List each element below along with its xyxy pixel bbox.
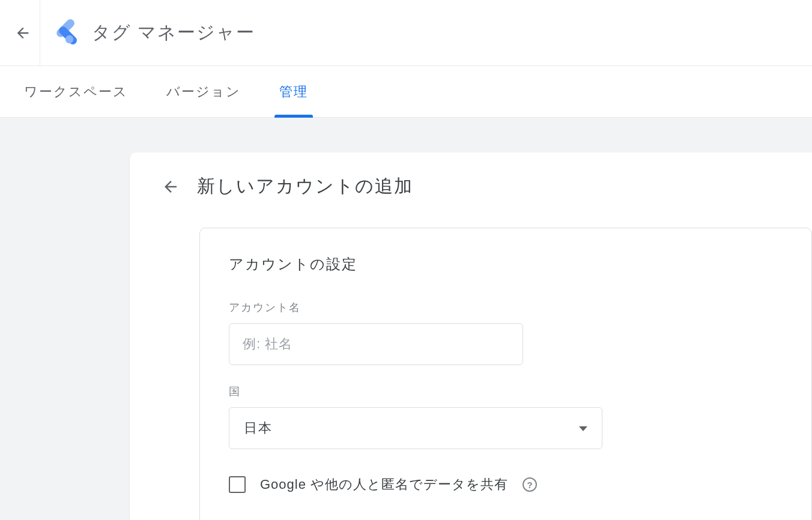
- share-data-label: Google や他の人と匿名でデータを共有: [260, 476, 508, 494]
- back-button[interactable]: [12, 22, 34, 44]
- content-area: 新しいアカウントの追加 アカウントの設定 アカウント名 国 日本 Google …: [0, 118, 812, 520]
- section-title: アカウントの設定: [229, 255, 783, 274]
- card-title: 新しいアカウントの追加: [197, 174, 413, 199]
- country-value: 日本: [244, 419, 273, 437]
- country-select[interactable]: 日本: [229, 407, 602, 449]
- header-divider: [40, 0, 40, 66]
- dropdown-caret-icon: [579, 423, 587, 434]
- account-name-input[interactable]: [229, 323, 523, 365]
- tab-workspace[interactable]: ワークスペース: [24, 66, 128, 118]
- account-settings-box: アカウントの設定 アカウント名 国 日本 Google や他の人と匿名でデータを…: [199, 228, 812, 520]
- country-label: 国: [229, 384, 783, 399]
- share-data-checkbox[interactable]: [229, 476, 246, 493]
- svg-point-2: [65, 35, 73, 43]
- card-back-button[interactable]: [159, 175, 183, 199]
- tag-manager-logo-icon: [49, 19, 77, 47]
- help-icon[interactable]: ?: [523, 477, 537, 492]
- tag-manager-logo: [49, 19, 77, 47]
- arrow-left-icon: [162, 178, 180, 196]
- tab-admin[interactable]: 管理: [279, 66, 308, 118]
- arrow-left-icon: [14, 25, 31, 41]
- account-name-label: アカウント名: [229, 300, 783, 315]
- tab-version[interactable]: バージョン: [166, 66, 241, 118]
- add-account-card: 新しいアカウントの追加 アカウントの設定 アカウント名 国 日本 Google …: [130, 153, 812, 520]
- app-title: タグ マネージャー: [92, 20, 255, 45]
